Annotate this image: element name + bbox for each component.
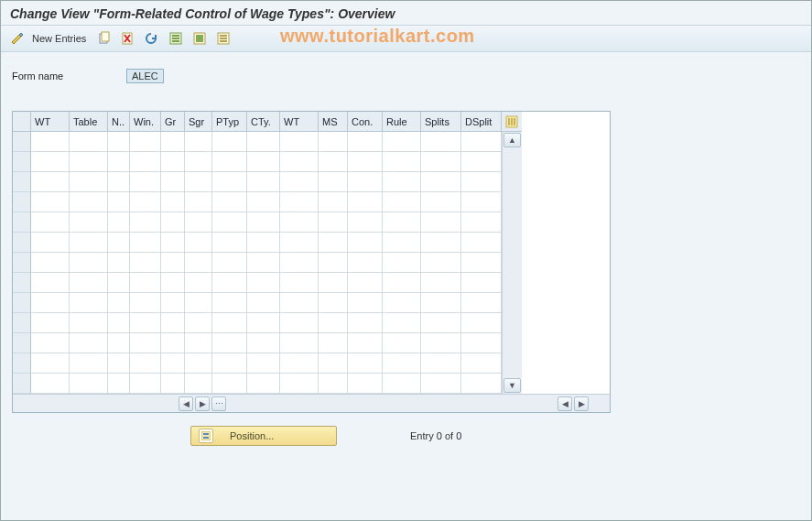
table-cell[interactable] — [70, 293, 108, 313]
table-cell[interactable] — [461, 374, 502, 394]
table-cell[interactable] — [383, 353, 421, 374]
table-cell[interactable] — [212, 353, 247, 374]
undo-icon[interactable] — [141, 28, 163, 49]
table-cell[interactable] — [185, 374, 212, 394]
row-selector-header[interactable] — [13, 112, 31, 132]
form-name-value[interactable]: ALEC — [126, 69, 164, 83]
table-cell[interactable] — [130, 152, 161, 172]
table-cell[interactable] — [319, 253, 348, 273]
table-cell[interactable] — [31, 212, 70, 233]
table-cell[interactable] — [421, 333, 461, 353]
column-header-sgr[interactable]: Sgr — [185, 112, 212, 132]
row-selector[interactable] — [13, 233, 31, 253]
table-cell[interactable] — [421, 192, 461, 212]
table-cell[interactable] — [348, 132, 383, 152]
table-cell[interactable] — [461, 313, 502, 333]
table-cell[interactable] — [70, 374, 108, 394]
table-cell[interactable] — [383, 152, 421, 172]
table-cell[interactable] — [348, 333, 383, 353]
table-cell[interactable] — [280, 273, 319, 293]
table-cell[interactable] — [185, 172, 212, 192]
table-cell[interactable] — [212, 192, 247, 212]
table-cell[interactable] — [383, 333, 421, 353]
table-cell[interactable] — [280, 293, 319, 313]
column-header-wt2[interactable]: WT — [280, 112, 319, 132]
table-cell[interactable] — [383, 192, 421, 212]
table-cell[interactable] — [461, 273, 502, 293]
select-all-icon[interactable] — [165, 28, 187, 49]
table-cell[interactable] — [108, 293, 130, 313]
table-cell[interactable] — [108, 172, 130, 192]
table-cell[interactable] — [130, 132, 161, 152]
table-cell[interactable] — [319, 233, 348, 253]
table-cell[interactable] — [31, 172, 70, 192]
table-cell[interactable] — [348, 152, 383, 172]
table-cell[interactable] — [348, 353, 383, 374]
table-cell[interactable] — [161, 293, 185, 313]
table-cell[interactable] — [70, 273, 108, 293]
table-cell[interactable] — [108, 152, 130, 172]
row-selector[interactable] — [13, 253, 31, 273]
table-cell[interactable] — [108, 132, 130, 152]
row-selector[interactable] — [13, 152, 31, 172]
table-cell[interactable] — [130, 192, 161, 212]
table-cell[interactable] — [161, 374, 185, 394]
table-cell[interactable] — [461, 172, 502, 192]
table-cell[interactable] — [280, 333, 319, 353]
table-cell[interactable] — [108, 374, 130, 394]
table-cell[interactable] — [130, 172, 161, 192]
data-grid[interactable]: WTTableN..Win.GrSgrPTypCTy.WTMSCon.RuleS… — [12, 111, 611, 413]
row-selector[interactable] — [13, 132, 31, 152]
table-cell[interactable] — [161, 152, 185, 172]
table-cell[interactable] — [70, 152, 108, 172]
table-cell[interactable] — [247, 374, 280, 394]
table-cell[interactable] — [247, 313, 280, 333]
table-cell[interactable] — [383, 313, 421, 333]
table-cell[interactable] — [280, 233, 319, 253]
table-cell[interactable] — [247, 172, 280, 192]
table-cell[interactable] — [247, 293, 280, 313]
column-header-ptyp[interactable]: PTyp — [212, 112, 247, 132]
table-cell[interactable] — [130, 273, 161, 293]
table-cell[interactable] — [383, 132, 421, 152]
table-cell[interactable] — [130, 353, 161, 374]
table-cell[interactable] — [212, 293, 247, 313]
table-cell[interactable] — [319, 273, 348, 293]
table-cell[interactable] — [108, 192, 130, 212]
table-cell[interactable] — [461, 233, 502, 253]
table-cell[interactable] — [212, 273, 247, 293]
table-cell[interactable] — [31, 192, 70, 212]
table-cell[interactable] — [70, 353, 108, 374]
table-cell[interactable] — [130, 313, 161, 333]
table-cell[interactable] — [461, 353, 502, 374]
table-cell[interactable] — [108, 353, 130, 374]
table-cell[interactable] — [280, 313, 319, 333]
table-cell[interactable] — [70, 333, 108, 353]
row-selector[interactable] — [13, 172, 31, 192]
table-cell[interactable] — [185, 313, 212, 333]
new-entries-button[interactable]: New Entries — [32, 33, 86, 44]
table-cell[interactable] — [31, 333, 70, 353]
table-cell[interactable] — [421, 212, 461, 233]
row-selector[interactable] — [13, 313, 31, 333]
table-cell[interactable] — [212, 212, 247, 233]
table-cell[interactable] — [108, 273, 130, 293]
table-cell[interactable] — [130, 212, 161, 233]
toggle-change-icon[interactable] — [6, 28, 28, 49]
table-cell[interactable] — [70, 132, 108, 152]
column-header-gr[interactable]: Gr — [161, 112, 185, 132]
select-block-icon[interactable] — [189, 28, 211, 49]
column-header-cty[interactable]: CTy. — [247, 112, 280, 132]
table-cell[interactable] — [421, 132, 461, 152]
table-cell[interactable] — [31, 313, 70, 333]
table-cell[interactable] — [319, 152, 348, 172]
scroll-right-icon[interactable]: ▶ — [195, 396, 210, 411]
table-cell[interactable] — [212, 374, 247, 394]
column-header-con[interactable]: Con. — [348, 112, 383, 132]
row-selector[interactable] — [13, 273, 31, 293]
table-cell[interactable] — [161, 353, 185, 374]
table-cell[interactable] — [185, 152, 212, 172]
table-cell[interactable] — [161, 253, 185, 273]
table-cell[interactable] — [383, 212, 421, 233]
table-cell[interactable] — [31, 293, 70, 313]
